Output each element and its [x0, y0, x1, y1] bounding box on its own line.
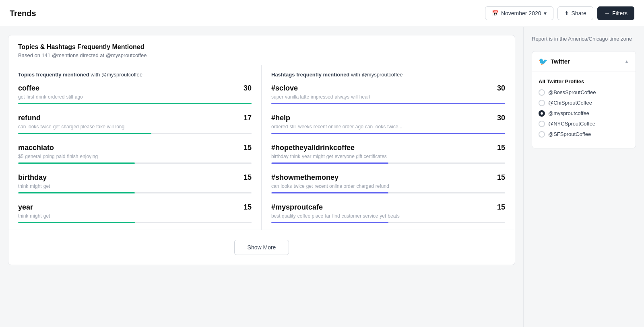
topic-keywords: canlookstwicegetrecent online ordercharg…	[271, 183, 505, 189]
radio-button[interactable]	[539, 89, 545, 96]
keyword: heart	[359, 94, 370, 100]
share-icon: ⬆	[564, 10, 569, 16]
filters-button[interactable]: → Filters	[597, 6, 634, 20]
keyword: get	[43, 183, 50, 189]
keyword: looks	[27, 124, 39, 130]
progress-bar-bg	[271, 222, 505, 223]
progress-bar-bg	[18, 103, 252, 104]
profile-option[interactable]: @ChiSproutCoffee	[539, 100, 629, 106]
filters-label: Filters	[612, 10, 627, 16]
keyword: please	[80, 124, 95, 130]
keyword: finish	[67, 154, 78, 159]
hashtags-column-label: Hashtags frequently mentioned with @mysp…	[271, 72, 505, 78]
profile-option[interactable]: @SFSproutCoffee	[539, 131, 629, 138]
keyword: enjoying	[80, 154, 98, 159]
topbar-actions: 📅 November 2020 ▾ ⬆ Share → Filters	[485, 6, 634, 20]
topic-item: #sclove30supervanilla latteimpressedalwa…	[271, 84, 505, 104]
keyword: ordered	[271, 124, 288, 130]
keyword: first	[27, 94, 34, 100]
twitter-section-body: All Twitter Profiles @BossSproutCoffee@C…	[532, 72, 636, 148]
keyword: coffee place	[297, 213, 324, 219]
show-more-row: Show More	[8, 230, 515, 265]
topic-keywords: $5generalgoingpaidfinishenjoying	[18, 154, 252, 159]
keyword: general	[25, 154, 41, 159]
twitter-section: 🐦 Twitter ▲ All Twitter Profiles @BossSp…	[532, 51, 636, 148]
keyword: charged	[356, 183, 374, 189]
twitter-section-title: 🐦 Twitter	[539, 57, 570, 66]
keyword: twice	[293, 183, 304, 189]
topic-count: 15	[497, 173, 505, 182]
profile-option[interactable]: @NYCSproutCoffee	[539, 121, 629, 127]
profile-option[interactable]: @BossSproutCoffee	[539, 89, 629, 96]
chevron-up-icon[interactable]: ▲	[624, 59, 629, 64]
hashtags-list: #sclove30supervanilla latteimpressedalwa…	[271, 84, 505, 223]
topics-column: Topics frequently mentioned with @myspro…	[8, 65, 262, 230]
topics-list: coffee30getfirstdrinkorderedstillagorefu…	[18, 84, 252, 223]
progress-bar-bg	[271, 192, 505, 193]
profile-name: @NYCSproutCoffee	[548, 121, 595, 127]
keyword: vanilla latte	[285, 94, 309, 100]
share-label: Share	[572, 10, 586, 16]
profiles-label: All Twitter Profiles	[539, 78, 629, 84]
keyword: might	[313, 154, 324, 159]
share-button[interactable]: ⬆ Share	[557, 6, 593, 20]
keyword: ago	[355, 124, 363, 130]
topics-column-label: Topics frequently mentioned with @myspro…	[18, 72, 252, 78]
hashtags-label-bold: Hashtags frequently mentioned	[271, 72, 349, 78]
topic-count: 17	[244, 114, 252, 122]
topic-count: 15	[244, 173, 252, 182]
keyword: get	[43, 213, 50, 219]
timezone-text: Report is in the America/Chicago time zo…	[532, 35, 636, 43]
topic-item: refund17canlookstwicegetchargedpleasetak…	[18, 114, 252, 134]
keyword: looks	[281, 183, 292, 189]
keyword: get	[306, 183, 313, 189]
progress-bar-fill	[18, 222, 135, 223]
keyword: looks	[374, 124, 386, 130]
keyword: think	[18, 183, 28, 189]
topics-hashtags-card: Topics & Hashtags Frequently Mentioned B…	[8, 35, 515, 265]
topic-name: #sclove	[271, 84, 298, 93]
topic-count: 15	[244, 203, 252, 212]
keyword: year	[302, 154, 311, 159]
keyword: get	[18, 94, 25, 100]
keyword: can	[18, 124, 26, 130]
keyword: drink	[36, 94, 46, 100]
card-title: Topics & Hashtags Frequently Mentioned	[18, 43, 505, 51]
radio-button[interactable]	[539, 100, 545, 106]
profile-option[interactable]: @mysproutcoffee	[539, 110, 629, 117]
keyword: weeks	[298, 124, 312, 130]
show-more-button[interactable]: Show More	[234, 240, 289, 255]
topic-name: #hopetheyalldrinkcoffee	[271, 144, 355, 152]
topic-count: 15	[497, 203, 505, 212]
topic-name: refund	[18, 114, 41, 122]
progress-bar-fill	[271, 222, 388, 223]
topic-name: birthday	[18, 173, 47, 182]
chevron-down-icon: ▾	[544, 10, 547, 16]
topic-row: #showmethemoney15	[271, 173, 505, 182]
topic-count: 30	[497, 114, 505, 122]
date-picker-button[interactable]: 📅 November 2020 ▾	[485, 6, 553, 20]
topic-row: #mysproutcafe15	[271, 203, 505, 212]
topic-row: macchiato15	[18, 144, 252, 152]
topic-name: #help	[271, 114, 290, 122]
progress-bar-bg	[18, 222, 252, 223]
keyword: yet	[380, 213, 386, 219]
topic-keywords: canlookstwicegetchargedpleasetakewilllon…	[18, 124, 252, 130]
keyword: refund	[376, 183, 389, 189]
topbar: Trends 📅 November 2020 ▾ ⬆ Share → Filte…	[0, 0, 644, 27]
keyword: might	[30, 213, 41, 219]
topic-item: macchiato15$5generalgoingpaidfinishenjoy…	[18, 144, 252, 164]
radio-button[interactable]	[539, 121, 545, 127]
profile-name: @SFSproutCoffee	[548, 131, 591, 137]
topic-item: #showmethemoney15canlookstwicegetrecent …	[271, 173, 505, 193]
keyword: far	[325, 213, 330, 219]
topic-keywords: thinkmightget	[18, 183, 252, 189]
radio-button[interactable]	[539, 110, 545, 117]
topic-row: #help30	[271, 114, 505, 122]
keyword: twice	[40, 124, 51, 130]
keyword: still	[66, 94, 73, 100]
topic-item: #help30orderedstillweeksrecent online or…	[271, 114, 505, 134]
topic-keywords: getfirstdrinkorderedstillago	[18, 94, 252, 100]
radio-button[interactable]	[539, 131, 545, 138]
keyword: recent online order	[314, 124, 354, 130]
